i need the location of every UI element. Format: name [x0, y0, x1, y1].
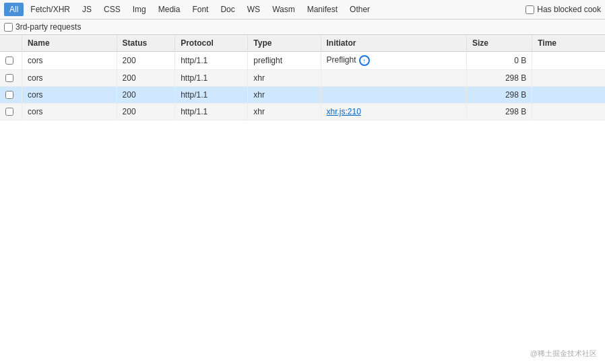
th-time[interactable]: Time	[532, 35, 605, 52]
row-2-size: 298 B	[466, 87, 532, 104]
row-2-name: cors	[22, 87, 117, 104]
th-status[interactable]: Status	[117, 35, 175, 52]
row-2-initiator	[321, 87, 466, 104]
tab-font[interactable]: Font	[187, 3, 214, 16]
row-1-initiator	[321, 70, 466, 87]
row-0-name: cors	[22, 52, 117, 70]
row-1-checkbox[interactable]	[5, 74, 13, 82]
has-blocked-cookie-label: Has blocked cook	[537, 5, 601, 14]
th-protocol[interactable]: Protocol	[175, 35, 248, 52]
tab-img[interactable]: Img	[127, 3, 152, 16]
row-3-checkbox[interactable]	[5, 108, 13, 116]
th-size[interactable]: Size	[466, 35, 532, 52]
tab-css[interactable]: CSS	[98, 3, 126, 16]
row-3-protocol: http/1.1	[175, 104, 248, 120]
tab-wasm[interactable]: Wasm	[267, 3, 300, 16]
row-0-protocol: http/1.1	[175, 52, 248, 70]
row-2-type: xhr	[248, 87, 321, 104]
th-name[interactable]: Name	[22, 35, 117, 52]
tab-js[interactable]: JS	[77, 3, 97, 16]
third-party-checkbox[interactable]	[4, 23, 13, 32]
table-header: Name Status Protocol Type Initiator Size…	[0, 35, 605, 52]
row-0-type: preflight	[248, 52, 321, 70]
row-3-type: xhr	[248, 104, 321, 120]
row-3-name: cors	[22, 104, 117, 120]
table-row[interactable]: cors200http/1.1xhr298 B	[0, 87, 605, 104]
tab-other[interactable]: Other	[344, 3, 375, 16]
row-2-checkbox[interactable]	[5, 91, 13, 99]
filter-bar: AllFetch/XHRJSCSSImgMediaFontDocWSWasmMa…	[0, 0, 605, 35]
row-0-initiator-text: Preflight	[327, 55, 356, 65]
has-blocked-cookie-checkbox[interactable]	[526, 5, 534, 14]
row-3-size: 298 B	[466, 104, 532, 120]
third-party-label: 3rd-party requests	[15, 22, 81, 32]
preflight-icon[interactable]: ↑	[359, 55, 370, 66]
row-1-type: xhr	[248, 70, 321, 87]
row-0-status: 200	[117, 52, 175, 70]
tab-all[interactable]: All	[4, 3, 24, 16]
row-3-time	[532, 104, 605, 120]
table-row[interactable]: cors200http/1.1xhrxhr.js:210298 B	[0, 104, 605, 120]
third-party-container: 3rd-party requests	[4, 22, 81, 32]
row-1-status: 200	[117, 70, 175, 87]
network-table: Name Status Protocol Type Initiator Size…	[0, 35, 605, 120]
network-table-container: Name Status Protocol Type Initiator Size…	[0, 35, 605, 359]
row-0-size: 0 B	[466, 52, 532, 70]
row-1-protocol: http/1.1	[175, 70, 248, 87]
row-2-status: 200	[117, 87, 175, 104]
th-initiator[interactable]: Initiator	[321, 35, 466, 52]
table-row[interactable]: cors200http/1.1xhr298 B	[0, 70, 605, 87]
tab-fetch-xhr[interactable]: Fetch/XHR	[25, 3, 75, 16]
th-checkbox	[0, 35, 22, 52]
tab-row: AllFetch/XHRJSCSSImgMediaFontDocWSWasmMa…	[0, 0, 605, 20]
has-blocked-cookie-container: Has blocked cook	[526, 5, 601, 14]
tab-doc[interactable]: Doc	[215, 3, 240, 16]
th-type[interactable]: Type	[248, 35, 321, 52]
row-3-initiator-link[interactable]: xhr.js:210	[327, 107, 361, 116]
tab-manifest[interactable]: Manifest	[302, 3, 343, 16]
row-2-time	[532, 87, 605, 104]
third-party-row: 3rd-party requests	[0, 20, 605, 35]
table-row[interactable]: cors200http/1.1preflightPreflight↑0 B	[0, 52, 605, 70]
row-1-size: 298 B	[466, 70, 532, 87]
row-0-time	[532, 52, 605, 70]
row-0-checkbox[interactable]	[5, 57, 13, 65]
row-3-initiator[interactable]: xhr.js:210	[321, 104, 466, 120]
row-0-initiator: Preflight↑	[321, 52, 466, 70]
row-3-status: 200	[117, 104, 175, 120]
tab-media[interactable]: Media	[153, 3, 186, 16]
row-1-time	[532, 70, 605, 87]
row-1-name: cors	[22, 70, 117, 87]
watermark: @稀土掘金技术社区	[530, 349, 597, 359]
tab-ws[interactable]: WS	[242, 3, 265, 16]
row-2-protocol: http/1.1	[175, 87, 248, 104]
table-body: cors200http/1.1preflightPreflight↑0 Bcor…	[0, 52, 605, 120]
